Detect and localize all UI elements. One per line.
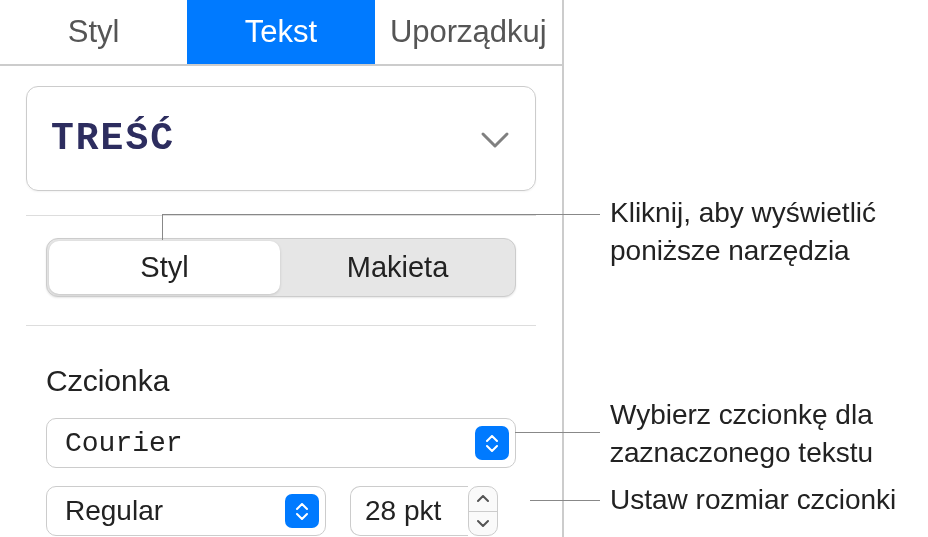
callout-leader — [515, 432, 600, 433]
callout-leader — [530, 500, 600, 501]
callout-line: zaznaczonego tekstu — [610, 434, 873, 472]
mode-segmented-control: Styl Makieta — [46, 238, 516, 297]
updown-arrow-icon — [475, 426, 509, 460]
updown-arrow-icon — [285, 494, 319, 528]
mode-tab-makieta[interactable]: Makieta — [282, 241, 513, 294]
callout-font-family: Wybierz czcionkę dla zaznaczonego tekstu — [610, 396, 873, 472]
paragraph-style-selector[interactable]: TREŚĆ — [26, 86, 536, 191]
font-weight-select[interactable]: Regular — [46, 486, 326, 536]
callout-leader — [162, 214, 163, 240]
divider — [26, 215, 536, 216]
mode-tab-styl[interactable]: Styl — [49, 241, 280, 294]
stepper-down-button[interactable] — [469, 512, 497, 536]
tab-styl[interactable]: Styl — [0, 0, 187, 64]
font-family-select[interactable]: Courier — [46, 418, 516, 468]
stepper-up-button[interactable] — [469, 487, 497, 512]
tab-tekst[interactable]: Tekst — [187, 0, 374, 64]
callout-line: Wybierz czcionkę dla — [610, 396, 873, 434]
callout-leader — [162, 214, 600, 215]
callout-styl-tab: Kliknij, aby wyświetlić poniższe narzędz… — [610, 194, 876, 270]
font-section-label: Czcionka — [46, 364, 562, 398]
font-weight-value: Regular — [65, 495, 163, 527]
font-size-input[interactable]: 28 pkt — [350, 486, 468, 536]
font-family-value: Courier — [65, 428, 183, 459]
chevron-down-icon — [479, 128, 511, 150]
callout-line: poniższe narzędzia — [610, 232, 876, 270]
tab-uporzadkuj[interactable]: Uporządkuj — [375, 0, 562, 64]
callout-line: Kliknij, aby wyświetlić — [610, 194, 876, 232]
format-panel: Styl Tekst Uporządkuj TREŚĆ Styl Makieta… — [0, 0, 564, 537]
font-size-stepper — [468, 486, 498, 536]
paragraph-style-name: TREŚĆ — [51, 117, 175, 160]
callout-font-size: Ustaw rozmiar czcionki — [610, 481, 896, 519]
divider — [26, 325, 536, 326]
top-tabs: Styl Tekst Uporządkuj — [0, 0, 562, 66]
font-size-group: 28 pkt — [350, 486, 498, 536]
font-bottom-row: Regular 28 pkt — [46, 486, 516, 536]
